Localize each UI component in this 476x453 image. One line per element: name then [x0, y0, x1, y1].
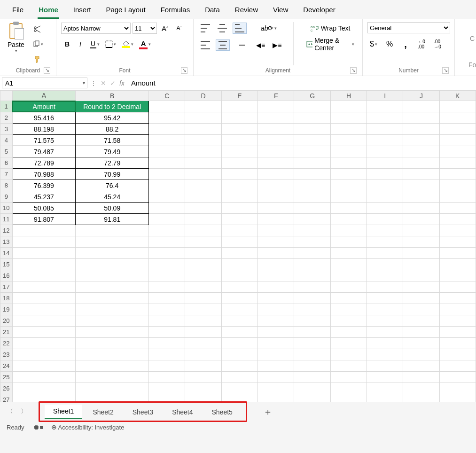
prev-sheet-button[interactable]: 〈 — [7, 407, 13, 416]
menu-tab-view[interactable]: View — [272, 4, 289, 19]
col-header-C[interactable]: C — [149, 91, 185, 101]
cell-D13[interactable] — [185, 236, 221, 248]
cell-E3[interactable] — [221, 124, 258, 135]
cell-B3[interactable]: 88.2 — [76, 124, 149, 135]
cell-F17[interactable] — [258, 281, 294, 293]
cell-C21[interactable] — [149, 327, 185, 338]
cell-H15[interactable] — [330, 259, 367, 270]
cut-button[interactable] — [31, 23, 45, 35]
cell-D24[interactable] — [185, 360, 221, 372]
cell-J7[interactable] — [403, 169, 439, 180]
cell-J3[interactable] — [403, 124, 439, 135]
cell-E12[interactable] — [221, 225, 258, 236]
cell-D16[interactable] — [185, 270, 221, 281]
cell-G26[interactable] — [294, 383, 330, 394]
cell-J5[interactable] — [403, 146, 439, 157]
cell-I14[interactable] — [367, 248, 403, 259]
font-color-button[interactable]: A▾ — [137, 39, 153, 50]
cell-K9[interactable] — [439, 191, 476, 203]
cell-B15[interactable] — [76, 259, 149, 270]
cell-H24[interactable] — [330, 360, 367, 372]
cell-A12[interactable] — [12, 225, 76, 236]
cell-A26[interactable] — [12, 383, 76, 394]
cell-B24[interactable] — [76, 360, 149, 372]
cell-I21[interactable] — [367, 327, 403, 338]
cell-H6[interactable] — [330, 157, 367, 169]
cell-K4[interactable] — [439, 135, 476, 146]
cell-K26[interactable] — [439, 383, 476, 394]
clipboard-dialog-launcher[interactable]: ↘ — [44, 67, 50, 74]
cell-H22[interactable] — [330, 338, 367, 349]
cell-K20[interactable] — [439, 315, 476, 327]
cell-J20[interactable] — [403, 315, 439, 327]
cell-I6[interactable] — [367, 157, 403, 169]
accessibility-status[interactable]: ⊕ Accessibility: Investigate — [51, 423, 125, 431]
cell-G20[interactable] — [294, 315, 330, 327]
cell-C4[interactable] — [149, 135, 185, 146]
cell-C22[interactable] — [149, 338, 185, 349]
cell-C25[interactable] — [149, 372, 185, 383]
cell-I3[interactable] — [367, 124, 403, 135]
row-header-23[interactable]: 23 — [0, 349, 13, 360]
cell-H1[interactable] — [330, 101, 367, 112]
cell-C1[interactable] — [149, 101, 185, 112]
cell-A24[interactable] — [12, 360, 76, 372]
cell-D6[interactable] — [185, 157, 221, 169]
cell-D7[interactable] — [185, 169, 221, 180]
cell-B7[interactable]: 70.99 — [76, 169, 149, 180]
merge-center-button[interactable]: Merge & Center▾ — [304, 39, 357, 50]
row-header-21[interactable]: 21 — [0, 327, 13, 338]
cell-F14[interactable] — [258, 248, 294, 259]
cell-A14[interactable] — [12, 248, 76, 259]
menu-tab-formulas[interactable]: Formulas — [160, 4, 191, 19]
cell-I15[interactable] — [367, 259, 403, 270]
cell-G5[interactable] — [294, 146, 330, 157]
cell-G22[interactable] — [294, 338, 330, 349]
cell-A20[interactable] — [12, 315, 76, 327]
cell-J11[interactable] — [403, 214, 439, 225]
cell-J16[interactable] — [403, 270, 439, 281]
cell-D22[interactable] — [185, 338, 221, 349]
cell-D11[interactable] — [185, 214, 221, 225]
cell-J9[interactable] — [403, 191, 439, 203]
cell-G2[interactable] — [294, 112, 330, 124]
italic-button[interactable]: I — [75, 39, 86, 50]
col-header-E[interactable]: E — [221, 91, 258, 101]
col-header-B[interactable]: B — [76, 91, 149, 101]
next-sheet-button[interactable]: 〉 — [21, 407, 27, 416]
cell-J1[interactable] — [403, 101, 439, 112]
cell-H20[interactable] — [330, 315, 367, 327]
cell-E17[interactable] — [221, 281, 258, 293]
align-left-button[interactable] — [199, 39, 212, 51]
cell-D2[interactable] — [185, 112, 221, 124]
cell-F18[interactable] — [258, 293, 294, 304]
cell-G8[interactable] — [294, 180, 330, 191]
cell-J23[interactable] — [403, 349, 439, 360]
cell-G25[interactable] — [294, 372, 330, 383]
cell-C24[interactable] — [149, 360, 185, 372]
cell-D25[interactable] — [185, 372, 221, 383]
cell-D17[interactable] — [185, 281, 221, 293]
cell-G15[interactable] — [294, 259, 330, 270]
cell-C20[interactable] — [149, 315, 185, 327]
cell-B21[interactable] — [76, 327, 149, 338]
cell-G4[interactable] — [294, 135, 330, 146]
cell-H25[interactable] — [330, 372, 367, 383]
cell-I4[interactable] — [367, 135, 403, 146]
cell-G12[interactable] — [294, 225, 330, 236]
cell-D3[interactable] — [185, 124, 221, 135]
cell-E21[interactable] — [221, 327, 258, 338]
cell-E13[interactable] — [221, 236, 258, 248]
cell-K3[interactable] — [439, 124, 476, 135]
row-header-8[interactable]: 8 — [0, 180, 13, 191]
cell-C26[interactable] — [149, 383, 185, 394]
cell-B12[interactable] — [76, 225, 149, 236]
formula-input[interactable] — [127, 76, 476, 90]
row-header-9[interactable]: 9 — [0, 191, 13, 203]
cell-G27[interactable] — [294, 394, 330, 403]
cell-E9[interactable] — [221, 191, 258, 203]
cell-B6[interactable]: 72.79 — [76, 157, 149, 169]
cell-G23[interactable] — [294, 349, 330, 360]
cell-E23[interactable] — [221, 349, 258, 360]
col-header-G[interactable]: G — [294, 91, 330, 101]
